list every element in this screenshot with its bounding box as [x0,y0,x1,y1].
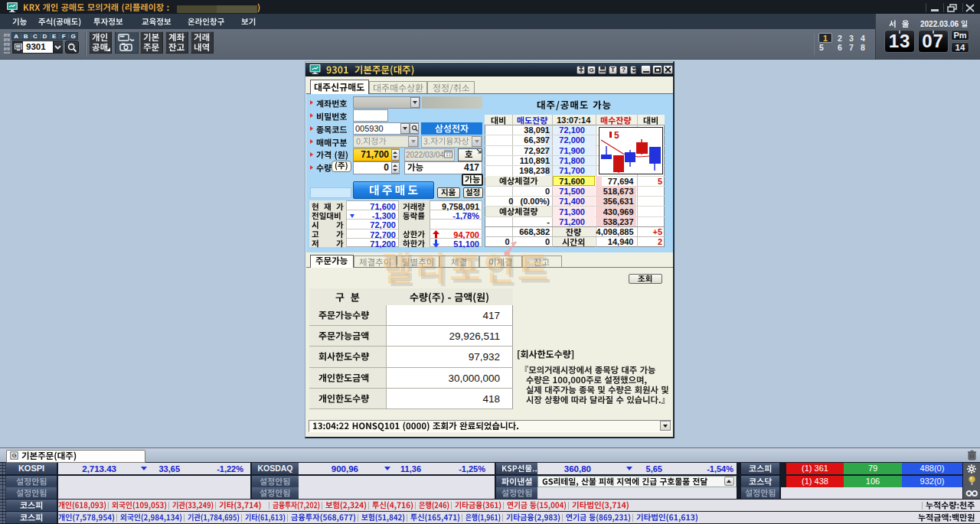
svg-text:G: G [11,452,16,459]
svg-text:5: 5 [614,130,619,141]
